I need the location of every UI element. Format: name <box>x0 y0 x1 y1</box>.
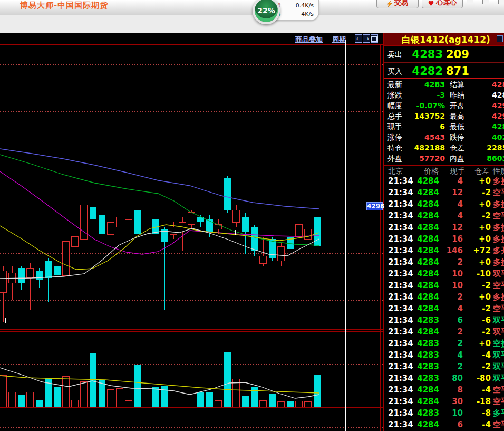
stat-label: 幅度 <box>387 100 402 111</box>
stat-label: 总手 <box>387 111 402 121</box>
tape-oi-diff: +0 <box>466 198 491 210</box>
tape-nature: 多换 <box>493 256 504 268</box>
minimize-button[interactable] <box>467 0 473 4</box>
tape-nature: 多换 <box>493 222 504 233</box>
tape-price: 4283 <box>414 349 439 361</box>
tape-row: 21:3442842-2双平 <box>384 326 504 338</box>
tape-nature: 空平 <box>493 396 504 407</box>
tape-row: 21:3442842+0多换 <box>384 291 504 303</box>
stat-value: 6 <box>409 121 445 132</box>
tape-nature: 空平 <box>493 280 504 291</box>
tape-time: 21:34 <box>388 419 413 430</box>
tape-lots: 6 <box>443 314 463 326</box>
tape-time: 21:34 <box>388 175 413 187</box>
tape-row: 21:3442832-2双平 <box>384 361 504 372</box>
stat-value: 86033 <box>471 153 504 164</box>
tape-header: 北京 价格 现手 仓差 性质 <box>384 167 504 175</box>
stat-row: 涨跌-3昨结4280 <box>384 90 504 100</box>
tape-nature: 空平 <box>493 187 504 198</box>
candlestick-chart[interactable] <box>0 33 383 431</box>
bid-row[interactable]: 买入 4282 871 <box>384 63 504 79</box>
tape-lots: 4 <box>443 175 463 187</box>
tape-nature: 空换 <box>493 338 504 349</box>
upload-speed-value: 0.4K/s <box>296 2 314 9</box>
tape-oi-diff: +0 <box>466 233 491 245</box>
tape-time: 21:34 <box>388 210 413 222</box>
tape-row: 21:34428410-2空平 <box>384 280 504 291</box>
tape-nature: 多换 <box>493 233 504 245</box>
tape-lots: 10 <box>443 280 463 291</box>
tape-row: 21:3442842+0多换 <box>384 256 504 268</box>
stat-label: 最新 <box>387 79 402 90</box>
tape-oi-diff: -4 <box>466 349 491 361</box>
stat-label: 结算 <box>450 79 464 90</box>
tape-time: 21:34 <box>388 407 413 419</box>
tape-oi-diff: +0 <box>466 291 491 303</box>
tape-oi-diff: +0 <box>466 338 491 349</box>
tape-oi-diff: +0 <box>466 175 491 187</box>
tape-price: 4284 <box>414 245 439 256</box>
stat-label: 跌停 <box>450 132 464 142</box>
stat-value: 57720 <box>409 153 445 164</box>
tape-time: 21:34 <box>388 233 413 245</box>
tape-time: 21:34 <box>388 349 413 361</box>
stat-row: 最新4283结算4288 <box>384 79 504 90</box>
tape-lots: 8 <box>443 384 463 396</box>
close-button[interactable] <box>498 0 504 4</box>
tape-price: 4283 <box>414 407 439 419</box>
stat-row: 持仓482188仓差22858 <box>384 142 504 153</box>
tape-lots: 12 <box>443 222 463 233</box>
tape-price: 4284 <box>414 326 439 338</box>
download-speed-value: 4K/s <box>301 11 314 17</box>
tape-oi-diff: -2 <box>466 280 491 291</box>
tape-price: 4284 <box>414 210 439 222</box>
tape-lots: 2 <box>443 291 463 303</box>
tape-time: 21:34 <box>388 372 413 384</box>
ask-row[interactable]: 卖出 4283 209 <box>384 46 504 62</box>
trade-button[interactable]: 交易 <box>376 0 419 8</box>
stat-row: 幅度-0.07%开盘4299 <box>384 100 504 111</box>
tape-oi-diff: -8 <box>466 407 491 419</box>
tape-price: 4284 <box>414 233 439 245</box>
tape-oi-diff: -10 <box>466 268 491 280</box>
tape-row: 21:34428412-2空平 <box>384 187 504 198</box>
tape-oi-diff: -2 <box>466 303 491 314</box>
tape-lots: 146 <box>443 245 463 256</box>
tape-row: 21:3442844-2空平 <box>384 210 504 222</box>
tape-nature: 双平 <box>493 268 504 280</box>
tape-time: 21:34 <box>388 396 413 407</box>
stat-label: 外盘 <box>387 153 402 164</box>
tape-time: 21:34 <box>388 303 413 314</box>
tape-lots: 12 <box>443 187 463 198</box>
maximize-button[interactable] <box>482 0 489 4</box>
tape-row: 21:3442836-6双平 <box>384 314 504 326</box>
tape-lots: 16 <box>443 233 463 245</box>
stat-value: -3 <box>409 90 445 100</box>
tape-lots: 30 <box>443 396 463 407</box>
tape-oi-diff: -2 <box>466 187 491 198</box>
tape-price: 4284 <box>414 222 439 233</box>
stat-value: 4283 <box>409 79 445 90</box>
tape-time: 21:34 <box>388 268 413 280</box>
restore-window-icon[interactable] <box>497 35 503 42</box>
stat-row: 外盘57720内盘86033 <box>384 153 504 164</box>
tape-nature: 多换 <box>493 291 504 303</box>
tape-nature: 双平 <box>493 372 504 384</box>
ask-label: 卖出 <box>387 46 402 62</box>
tape-time: 21:34 <box>388 280 413 291</box>
tape-oi-diff: +0 <box>466 256 491 268</box>
tape-row: 21:34428412+0多换 <box>384 222 504 233</box>
tape-lots: 4 <box>443 349 463 361</box>
quote-panel: 白银1412(ag1412) 卖出 4283 209 买入 4282 871 最… <box>384 33 504 431</box>
tape-price: 4284 <box>414 268 439 280</box>
app-title: 博易大师-中国国际期货 <box>20 1 108 11</box>
stat-label: 内盘 <box>450 153 464 164</box>
gauge-percent: 22% <box>257 6 275 15</box>
tape-lots: 4 <box>443 303 463 314</box>
stat-value: 4290 <box>471 111 504 121</box>
bid-qty: 871 <box>446 63 467 79</box>
bid-price: 4282 <box>405 63 443 79</box>
stat-value: 482188 <box>409 142 445 153</box>
tape-oi-diff: -4 <box>466 419 491 430</box>
heart-link-button[interactable]: ♥ 心连心 <box>422 0 463 8</box>
